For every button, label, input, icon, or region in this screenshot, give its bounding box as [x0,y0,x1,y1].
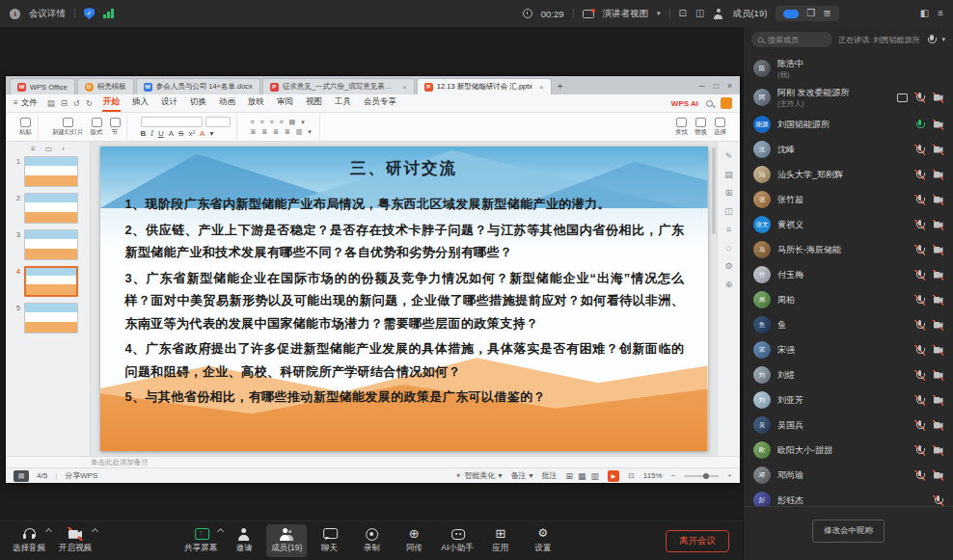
toolbar-item[interactable]: 成员(19) [266,524,307,558]
mic-off-icon[interactable] [914,93,925,103]
ribbon-tab[interactable]: 视图 [305,94,323,112]
redo-icon[interactable]: ↻ [86,98,93,108]
settings-tool-icon[interactable]: ⚙ [724,261,732,271]
minimize-icon[interactable]: ─ [699,81,705,91]
toolbar-item[interactable]: 选择音频 [8,524,50,558]
slide-panel-icon[interactable]: ▭ [45,145,53,153]
edit-tool-icon[interactable]: ✎ [725,151,733,161]
insert-tool-icon[interactable]: ⊞ [725,188,733,198]
participant-row[interactable]: 付 付玉梅 [744,262,953,287]
toolbar-item[interactable]: 录制 [351,524,392,558]
zoom-out-button[interactable]: − [671,471,676,480]
notes-button[interactable]: 备注 ▾ [510,470,532,481]
participant-row[interactable]: 张文 黄祺义 [744,212,953,237]
list-tool-icon[interactable]: ≡ [726,225,731,234]
mic-off-icon[interactable] [914,345,925,356]
chevron-up-icon[interactable] [45,528,52,535]
wps-document-tab[interactable]: W 参会人员与公司 14+名单.docx [136,78,260,94]
outline-icon[interactable]: ≡ [31,145,36,153]
ribbon-tab[interactable]: 设计 [160,94,178,112]
mic-off-icon[interactable] [914,320,925,331]
chevron-down-icon[interactable]: ▾ [941,36,945,43]
participant-row[interactable]: 马 马所长-海辰储能 [744,237,953,262]
menu-icon[interactable]: ≡ [938,9,943,18]
toolbar-item[interactable]: 邀请 [224,524,264,558]
toolbar-item[interactable]: AI小助手 [436,524,478,558]
mic-on-icon[interactable] [914,120,925,130]
participant-row[interactable]: 刘 刘煜 [744,362,953,387]
mic-off-icon[interactable] [914,295,925,306]
new-tab-button[interactable]: + [558,81,563,92]
ribbon-tab[interactable]: 动画 [218,94,236,112]
slide-thumbnail[interactable]: 1 [14,156,90,187]
share-wps-label[interactable]: 分享WPS [65,470,97,481]
cam-off-icon[interactable] [933,120,943,130]
mic-off-icon[interactable] [914,220,925,230]
new-slide-button[interactable]: 新建幻灯片 [52,118,84,137]
help-tool-icon[interactable]: ⊕ [725,280,733,289]
font-size-select[interactable] [205,117,231,127]
cam-off-icon[interactable] [933,93,943,103]
comment-button[interactable]: 批注 [542,470,558,481]
participant-row[interactable]: 鱼 鱼 [744,312,953,337]
toolbar-item[interactable]: 共享屏幕 [179,524,222,558]
toolbar-item[interactable]: 聊天 [309,524,349,558]
layout-icon[interactable]: ◫ [695,9,704,18]
notes-bar[interactable]: 单击此处添加备注 [6,456,740,467]
zoom-in-button[interactable]: + [727,471,732,480]
layout-button[interactable]: 版式 [91,118,103,137]
slide-thumbnail[interactable]: 5 [14,303,90,333]
share-icon[interactable] [896,93,907,103]
ribbon-tab[interactable]: 审阅 [276,94,294,112]
mic-off-icon[interactable] [914,195,925,205]
cam-off-icon[interactable] [933,420,943,431]
wps-document-tab[interactable]: W WPS Office [10,78,75,94]
expand-icon[interactable]: › [62,145,65,153]
meeting-detail-label[interactable]: 会议详情 [29,8,66,20]
chevron-down-icon[interactable]: ▾ [657,10,661,17]
slide-thumbnail[interactable]: 3 [14,229,90,260]
slide-thumbnail[interactable]: 4 [14,266,90,297]
find-button[interactable]: 查找 [675,118,688,137]
mode-pill-icon[interactable] [783,10,799,18]
cam-off-icon[interactable] [933,345,943,356]
wps-document-tab[interactable]: D 稻壳模板 [77,78,134,94]
fit-window-icon[interactable]: ⊡ [628,472,635,480]
ribbon-tab[interactable]: 工具 [334,94,352,112]
chevron-up-icon[interactable] [217,528,224,535]
restore-window-icon[interactable]: ❐ [806,9,815,18]
cam-off-icon[interactable] [933,270,943,280]
cam-off-icon[interactable] [933,170,943,180]
participant-row[interactable]: 周 周柏 [744,287,953,312]
undo-icon[interactable]: ↺ [73,98,80,108]
share-button[interactable] [721,97,732,109]
ribbon-tab[interactable]: 开始 [102,94,121,112]
mic-off-icon[interactable] [933,495,943,506]
search-icon[interactable] [706,100,713,107]
members-count-button[interactable]: 成员(19) [732,8,767,20]
participant-row[interactable]: 宋 宋强 [744,337,953,362]
view-switcher[interactable]: ⊞▦▥ [566,471,600,481]
toolbar-item[interactable]: 应用 [480,524,521,558]
toolbar-item[interactable]: 开启视频 [54,524,96,558]
cam-off-icon[interactable] [933,470,943,481]
chevron-up-icon[interactable] [92,528,98,535]
cam-off-icon[interactable] [933,295,943,306]
toolbar-item[interactable]: 同传 [394,524,434,558]
slideshow-button[interactable]: ▶ [608,470,619,482]
participant-row[interactable]: 能源 刘国韬能源所 [744,112,953,137]
participant-row[interactable]: 吴 吴国兵 [744,413,953,438]
mic-off-icon[interactable] [914,170,925,180]
wps-document-tab[interactable]: P 征求意见_一式六份_填写意见表、意见 [262,78,415,94]
participant-row[interactable]: 陈 陈浩中 (我) [744,54,953,83]
mic-off-icon[interactable] [914,370,925,381]
mic-off-icon[interactable] [914,145,925,155]
view-mode-button[interactable]: 演讲者视图 [603,8,649,20]
normal-view-icon[interactable]: ⊞ [566,471,574,481]
participant-row[interactable]: 沈 沈峰 [744,137,953,162]
shield-icon[interactable]: ✓ [84,8,95,19]
cam-off-icon[interactable] [933,395,943,406]
replace-button[interactable]: 替换 [694,118,707,137]
cam-off-icon[interactable] [933,220,943,230]
paragraph-controls[interactable]: ≡ ≡ ≡ ≡ ▤ ▾ ≣ ≣ ≣ ≣ ▥ ▾ [251,119,313,136]
